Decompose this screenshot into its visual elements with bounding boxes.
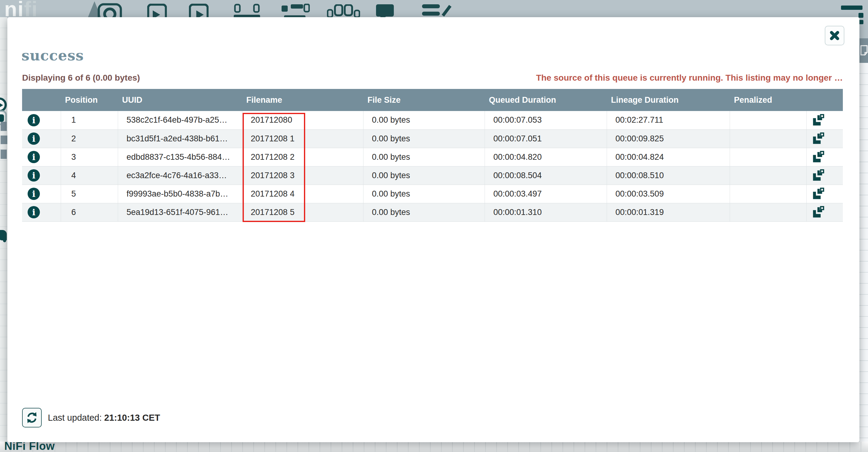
cell-position: 1 [61,111,118,129]
cell-queued-duration: 00:00:01.310 [485,203,607,221]
table-row: i2bc31d5f1-a2ed-438b-b61…20171208 10.00 … [22,129,843,148]
queue-listing-dialog: success Displaying 6 of 6 (0.00 bytes) T… [7,17,860,442]
provenance-icon[interactable] [812,189,825,198]
close-button[interactable] [825,26,844,45]
nifi-logo-text: ni [4,0,24,17]
displayed-count-text: Displaying 6 of 6 (0.00 bytes) [22,73,140,83]
cell-provenance-icon [806,111,843,129]
cell-lineage-duration: 00:02:27.711 [607,111,730,129]
provenance-icon[interactable] [812,115,825,124]
queue-table-zone: Position UUID Filename File Size Queued … [22,89,843,222]
cell-file-size: 0.00 bytes [363,203,485,221]
refresh-button[interactable] [22,408,42,427]
cell-position: 3 [61,148,118,166]
flowfile-details-icon[interactable]: i [28,207,40,216]
cell-provenance-icon [806,148,843,166]
cell-position: 2 [61,129,118,148]
cell-penalized [730,203,806,221]
provenance-icon[interactable] [812,152,825,161]
provenance-icon[interactable] [812,170,825,180]
canvas-fragment [1,122,7,131]
flowfile-details-icon[interactable]: i [28,152,40,161]
cell-queued-duration: 00:00:03.497 [485,185,607,203]
input-port-tool-icon[interactable] [147,4,167,17]
cell-lineage-duration: 00:00:04.824 [607,148,730,166]
header-filename: Filename [242,89,363,111]
flowfile-details-icon[interactable]: i [28,170,40,180]
table-row: i3edbd8837-c135-4b56-884…20171208 20.00 … [22,148,843,166]
canvas-fragment4 [0,230,7,240]
cell-file-size: 0.00 bytes [363,148,485,166]
table-row: i5f99993ae-b5b0-4838-a7b…20171208 40.00 … [22,185,843,203]
header-info [22,89,61,111]
breadcrumb-bar: NiFi Flow [0,442,868,452]
last-updated-text: Last updated: 21:10:13 CET [48,408,160,427]
table-header-row: Position UUID Filename File Size Queued … [22,89,843,111]
cell-filename: 20171208 2 [242,148,363,166]
processor-tool-icon[interactable] [97,3,122,17]
queue-table-body: i1538c2c1f-64eb-497b-a25…2017120800.00 b… [22,111,843,221]
flowfile-details-icon[interactable]: i [28,115,40,124]
cell-position: 5 [61,185,118,203]
template-tool-icon[interactable] [327,4,360,17]
cell-provenance-icon [806,185,843,203]
flowfile-details-icon[interactable]: i [28,133,40,142]
cell-filename: 20171208 5 [242,203,363,221]
process-group-tool-icon[interactable] [234,4,260,17]
refresh-icon [26,412,38,424]
last-updated-time: 21:10:13 CET [104,413,160,423]
cell-penalized [730,111,806,129]
cell-uuid: bc31d5f1-a2ed-438b-b61… [118,129,242,148]
cell-file-size: 0.00 bytes [363,129,485,148]
cell-file-size: 0.00 bytes [363,185,485,203]
canvas-fragment3 [1,150,7,159]
table-row: i65ea19d13-651f-4075-961…20171208 50.00 … [22,203,843,221]
flowfile-details-icon[interactable]: i [28,189,40,198]
cell-file-size: 0.00 bytes [363,111,485,129]
output-port-tool-icon[interactable] [189,4,209,17]
page-icon [860,45,868,56]
cell-filename: 20171208 3 [242,166,363,185]
right-edge-panel [860,38,868,63]
queue-running-warning: The source of this queue is currently ru… [536,73,843,83]
global-menu-fragment [859,13,863,18]
remote-process-group-tool-icon[interactable] [282,4,310,17]
canvas-right-edge [860,17,868,442]
header-uuid: UUID [118,89,242,111]
cell-lineage-duration: 00:00:08.510 [607,166,730,185]
nifi-logo-text2: fi [24,0,38,17]
provenance-icon[interactable] [812,207,825,216]
last-updated-label: Last updated: [48,413,102,423]
cell-flowfile-details-icon: i [22,148,61,166]
cell-uuid: f99993ae-b5b0-4838-a7b… [118,185,242,203]
cell-provenance-icon [806,129,843,148]
cell-penalized [730,129,806,148]
funnel-tool-icon[interactable] [375,4,395,17]
global-menu-icon[interactable] [841,5,863,10]
summary-row: Displaying 6 of 6 (0.00 bytes) The sourc… [22,73,843,83]
cell-queued-duration: 00:00:07.051 [485,129,607,148]
header-file-size: File Size [363,89,485,111]
label-tool-icon[interactable] [422,4,452,17]
header-queued-duration: Queued Duration [485,89,607,111]
cell-filename: 201712080 [242,111,363,129]
cell-flowfile-details-icon: i [22,166,61,185]
cell-provenance-icon [806,166,843,185]
nifi-toolbar: nifi [0,0,868,17]
cell-position: 4 [61,166,118,185]
cell-penalized [730,148,806,166]
canvas-fragment2 [1,135,7,144]
queue-table: Position UUID Filename File Size Queued … [22,89,843,222]
cell-lineage-duration: 00:00:09.825 [607,129,730,148]
cell-position: 6 [61,203,118,221]
cell-penalized [730,166,806,185]
cell-flowfile-details-icon: i [22,185,61,203]
table-row: i4ec3a2fce-4c76-4a16-a33…20171208 30.00 … [22,166,843,185]
nifi-logo: nifi [4,0,38,17]
header-lineage-duration: Lineage Duration [607,89,730,111]
header-actions [806,89,843,111]
canvas-left-edge [0,17,7,442]
nifi-app-screen: nifi NiFi Flow su [0,0,868,452]
provenance-icon[interactable] [812,133,825,142]
header-penalized: Penalized [730,89,806,111]
